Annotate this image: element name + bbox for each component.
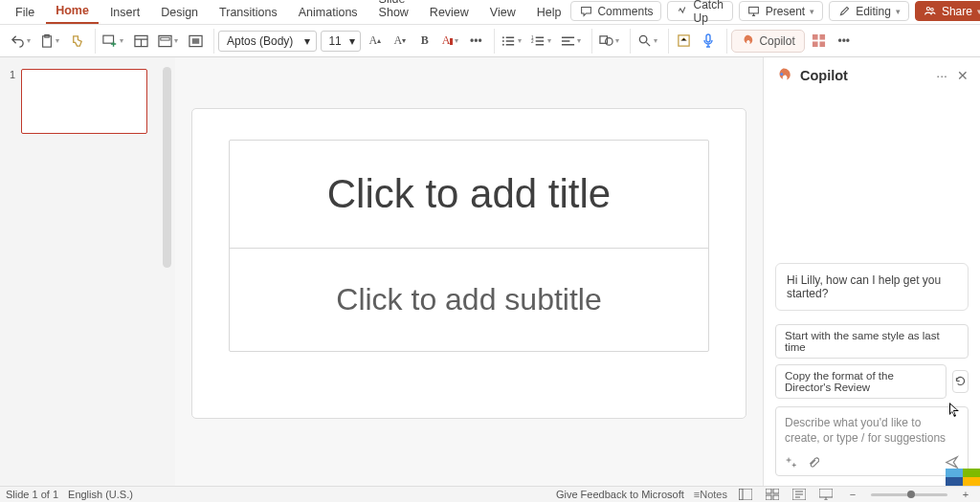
editing-button[interactable]: Editing ▾ <box>829 1 909 21</box>
scrollbar[interactable] <box>163 67 171 268</box>
more-ribbon-button[interactable]: ••• <box>834 30 855 53</box>
title-placeholder[interactable]: Click to add title <box>230 141 708 248</box>
slide-canvas[interactable]: Click to add title Click to add subtitle <box>175 57 764 486</box>
chevron-down-icon: ▾ <box>304 34 310 48</box>
present-icon <box>747 5 761 18</box>
svg-point-17 <box>606 38 613 46</box>
more-font-button[interactable]: ••• <box>465 30 486 53</box>
tab-review[interactable]: Review <box>420 2 479 24</box>
tab-home[interactable]: Home <box>46 0 99 24</box>
sorter-view-icon[interactable] <box>764 488 781 502</box>
copilot-panel: Copilot ··· ✕ Hi Lilly, how can I help g… <box>764 57 980 486</box>
bold-button[interactable]: B <box>414 30 435 53</box>
language: English (U.S.) <box>68 489 133 500</box>
shrink-font-button[interactable]: A▾ <box>390 30 411 53</box>
bullets-button[interactable]: ▾ <box>499 30 524 53</box>
addin-button[interactable] <box>809 30 830 53</box>
section-button[interactable] <box>185 30 206 53</box>
subtitle-placeholder[interactable]: Click to add subtitle <box>230 248 708 351</box>
svg-rect-29 <box>773 489 779 493</box>
share-button[interactable]: Share ▾ <box>915 1 980 21</box>
tab-design[interactable]: Design <box>151 2 208 24</box>
close-icon[interactable]: ✕ <box>957 68 969 83</box>
font-size: 11 <box>328 34 341 48</box>
paste-button[interactable]: ▾ <box>37 30 62 53</box>
present-button[interactable]: Present ▾ <box>739 1 823 21</box>
placeholder-group: Click to add title Click to add subtitle <box>229 140 709 352</box>
svg-rect-8 <box>161 37 169 40</box>
slide-thumb-1[interactable] <box>21 69 147 134</box>
grow-font-button[interactable]: A▴ <box>365 30 386 53</box>
copilot-greeting: Hi Lilly, how can I help get you started… <box>775 263 969 311</box>
font-color-button[interactable]: A▾ <box>439 30 462 53</box>
svg-rect-20 <box>706 34 710 42</box>
svg-point-2 <box>931 9 934 11</box>
layout-button[interactable] <box>130 30 151 53</box>
slide-info: Slide 1 of 1 <box>6 489 58 500</box>
status-bar: Slide 1 of 1 English (U.S.) Give Feedbac… <box>0 486 980 502</box>
tab-animations[interactable]: Animations <box>289 2 368 24</box>
tab-insert[interactable]: Insert <box>100 2 149 24</box>
zoom-slider[interactable] <box>871 493 947 496</box>
tab-view[interactable]: View <box>480 2 525 24</box>
editing-label: Editing <box>856 5 891 18</box>
present-label: Present <box>766 5 805 18</box>
notes-button[interactable]: ≡ Notes <box>694 488 727 502</box>
ribbon: ▾ ▾ ▾ ▾ Aptos (Body) ▾ 11 ▾ A▴ A▾ B A▾ •… <box>0 25 980 57</box>
svg-rect-23 <box>813 41 818 47</box>
comments-label: Comments <box>597 5 653 18</box>
feedback-link[interactable]: Give Feedback to Microsoft <box>556 489 684 500</box>
svg-point-12 <box>502 40 504 42</box>
comment-icon <box>579 5 592 18</box>
undo-button[interactable]: ▾ <box>8 30 33 53</box>
catchup-label: Catch Up <box>693 0 724 25</box>
catchup-button[interactable]: Catch Up <box>667 1 732 21</box>
svg-rect-22 <box>820 34 826 40</box>
slide[interactable]: Click to add title Click to add subtitle <box>191 108 746 419</box>
tab-file[interactable]: File <box>6 2 44 24</box>
font-size-selector[interactable]: 11 ▾ <box>321 31 360 52</box>
copilot-input[interactable]: Describe what you'd like to create, or t… <box>775 406 969 476</box>
attach-icon[interactable] <box>807 456 819 469</box>
chevron-down-icon: ▾ <box>896 7 901 16</box>
svg-rect-10 <box>191 38 199 44</box>
normal-view-icon[interactable] <box>737 488 754 502</box>
copilot-ribbon-label: Copilot <box>759 34 794 48</box>
font-selector[interactable]: Aptos (Body) ▾ <box>218 31 317 52</box>
svg-point-25 <box>780 73 783 76</box>
zoom-out-button[interactable]: − <box>844 488 861 502</box>
slideshow-view-icon[interactable] <box>817 488 835 502</box>
shapes-button[interactable]: ▾ <box>596 30 622 53</box>
comments-button[interactable]: Comments <box>570 1 661 21</box>
tab-transitions[interactable]: Transitions <box>210 2 287 24</box>
tab-slideshow[interactable]: Slide Show <box>369 0 418 24</box>
dictate-button[interactable] <box>698 30 719 53</box>
new-slide-button[interactable]: ▾ <box>100 30 126 53</box>
svg-rect-30 <box>766 495 771 500</box>
tab-help[interactable]: Help <box>527 2 571 24</box>
more-icon[interactable]: ··· <box>936 68 947 83</box>
copilot-placeholder: Describe what you'd like to create, or t… <box>785 415 959 446</box>
chevron-down-icon: ▾ <box>349 34 355 48</box>
refresh-suggestions-button[interactable] <box>952 370 969 393</box>
svg-point-11 <box>502 36 504 38</box>
find-button[interactable]: ▾ <box>635 30 660 53</box>
svg-text:2: 2 <box>531 38 534 43</box>
send-icon[interactable] <box>945 455 959 469</box>
numbering-button[interactable]: 12▾ <box>528 30 554 53</box>
align-button[interactable]: ▾ <box>558 30 584 53</box>
format-painter-button[interactable] <box>66 30 87 53</box>
designer-button[interactable] <box>673 30 694 53</box>
suggestion-1[interactable]: Start with the same style as last time <box>775 324 969 359</box>
svg-rect-33 <box>819 489 833 497</box>
copilot-logo-icon <box>775 67 792 84</box>
reset-button[interactable]: ▾ <box>155 30 181 53</box>
reading-view-icon[interactable] <box>791 488 808 502</box>
svg-rect-27 <box>739 489 743 500</box>
slide-panel: 1 <box>0 57 175 486</box>
sparkle-icon[interactable] <box>785 456 797 469</box>
copilot-ribbon-button[interactable]: Copilot <box>731 30 804 53</box>
zoom-in-button[interactable]: + <box>957 488 974 502</box>
svg-point-1 <box>927 7 930 10</box>
suggestion-2[interactable]: Copy the format of the Director's Review <box>775 364 947 399</box>
